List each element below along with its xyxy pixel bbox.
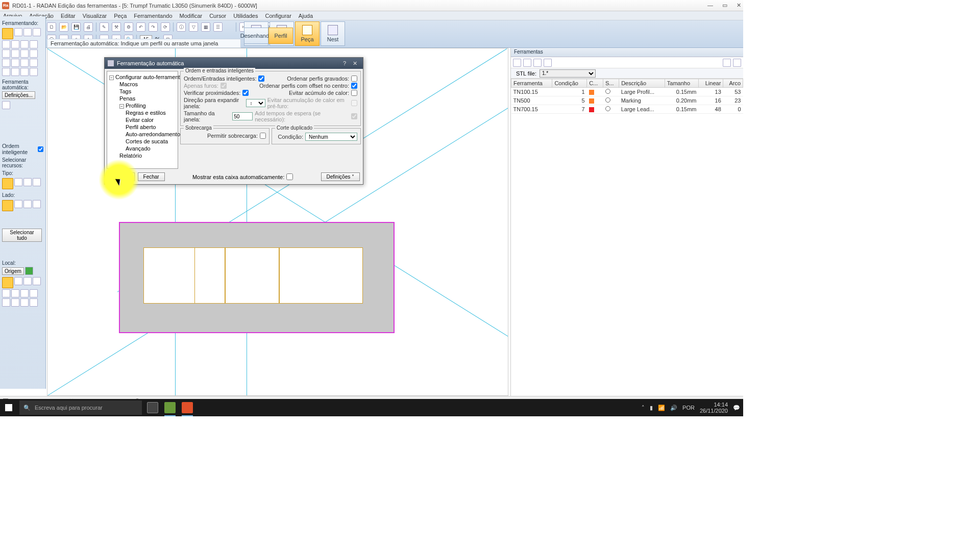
col-header[interactable]: Descrição [619,79,665,88]
local-icon[interactable] [14,277,22,285]
expand-icon[interactable]: − [109,76,114,80]
origem-button[interactable]: Origem [2,267,24,275]
menu-utilidades[interactable]: Utilidades [233,13,258,19]
task-view-button[interactable] [144,399,161,416]
local-icon[interactable] [20,289,29,297]
tool-icon[interactable] [23,28,32,36]
checkbox[interactable] [38,146,43,152]
tree-item[interactable]: Tags [109,88,176,95]
col-header[interactable]: Arco [723,79,743,88]
maximize-button[interactable]: ▭ [722,2,727,9]
taskbar-search[interactable]: 🔍 Escreva aqui para procurar [19,400,142,415]
tool-icon[interactable] [33,28,41,36]
local-icon[interactable] [2,289,10,297]
volume-icon[interactable]: 🔊 [670,405,677,411]
auto-icon[interactable] [2,101,10,109]
checkbox[interactable] [351,76,357,82]
menu-ajuda[interactable]: Ajuda [299,13,313,19]
checkbox[interactable] [286,173,293,180]
list-icon[interactable]: ☰ [213,22,223,32]
close-button[interactable]: ✕ [737,2,741,9]
tool-icon[interactable] [20,40,29,48]
local-icon[interactable] [30,298,38,307]
tool-icon[interactable] [11,59,19,67]
tool-icon[interactable] [30,40,38,48]
print-icon[interactable]: 🖨 [84,22,93,32]
tool-icon[interactable] [11,40,19,48]
battery-icon[interactable]: ▮ [650,405,653,411]
tab-peca[interactable]: Peça [295,21,320,46]
tool-icon[interactable] [14,28,22,36]
checkbox[interactable] [260,133,266,139]
tree-item[interactable]: −Profiling [109,102,176,109]
menu-peca[interactable]: Peça [114,13,127,19]
local-icon[interactable] [23,277,32,285]
filter-icon[interactable]: ▽ [189,22,198,32]
lado-icon[interactable] [33,200,41,208]
col-header[interactable]: Linear [699,79,723,88]
subtab-desenhar[interactable]: Desenhando [244,28,268,44]
expand-icon[interactable]: − [119,104,124,109]
tool-icon[interactable] [11,68,19,76]
col-header[interactable]: S... [603,79,619,88]
tool-icon[interactable] [20,49,29,58]
tool-icon[interactable] [20,59,29,67]
subtab-perfil[interactable]: Perfil [268,28,293,44]
window-size-input[interactable] [232,112,253,120]
local-icon[interactable] [2,298,10,307]
condition-select[interactable]: Nenhum [305,133,357,141]
minimize-button[interactable]: — [707,2,713,9]
local-icon[interactable] [11,289,19,297]
clock[interactable]: 14:14 26/11/2020 [700,402,728,414]
tool-icon[interactable] [30,59,38,67]
grid-icon[interactable]: ▦ [201,22,210,32]
lang-indicator[interactable]: POR [682,405,695,411]
lado-icon[interactable] [14,200,22,208]
open-icon[interactable]: 📂 [59,22,68,32]
tree-item[interactable]: Auto-arredondamento [109,131,176,138]
origem-icon[interactable] [25,267,33,275]
tree-item[interactable]: Evitar calor [109,116,176,123]
select-all-button[interactable]: Selecionar tudo [2,229,42,242]
edit-icon[interactable]: ✎ [100,22,109,32]
tool-icon[interactable] [20,68,29,76]
menu-cursor[interactable]: Cursor [209,13,226,19]
checkbox[interactable] [351,90,357,96]
start-button[interactable] [0,399,17,416]
redo-icon[interactable]: ↷ [149,22,158,32]
tipo-icon[interactable] [33,178,41,186]
smart-order-check[interactable]: Ordem inteligente [2,143,43,155]
col-header[interactable]: Condição [552,79,587,88]
col-header[interactable]: Tamanho [665,79,698,88]
local-icon[interactable] [2,277,13,288]
checkbox[interactable] [242,90,249,96]
tp-edit-icon[interactable] [513,59,521,67]
tool-icon[interactable] [2,49,10,58]
auto-tool-icon[interactable] [2,28,13,39]
tool-icon[interactable]: ⚒ [112,22,121,32]
tree-item[interactable]: Perfil aberto [109,123,176,131]
tool-icon[interactable] [2,40,10,48]
lado-icon[interactable] [2,200,13,211]
local-icon[interactable] [30,289,38,297]
tp-props-icon[interactable] [544,59,552,67]
local-icon[interactable] [11,298,19,307]
checkbox[interactable] [258,76,264,82]
checkbox[interactable] [351,83,357,89]
dialog-help-button[interactable]: ? [339,60,350,66]
local-icon[interactable] [20,298,29,307]
tool2-icon[interactable]: ⚙ [124,22,133,32]
direction-select[interactable]: ↕ [246,99,265,107]
tool-icon[interactable] [30,68,38,76]
tp-delete-icon[interactable] [523,59,531,67]
info-icon[interactable]: ⓘ [177,22,186,32]
undo-icon[interactable]: ↶ [136,22,145,32]
local-icon[interactable] [33,277,41,285]
col-header[interactable]: C... [587,79,603,88]
tray-up-icon[interactable]: ˄ [642,405,645,411]
tipo-icon[interactable] [23,178,32,186]
definitions-button[interactable]: Definições... [2,91,35,99]
close-button[interactable]: Fechar [138,172,165,181]
tool-icon[interactable] [2,59,10,67]
app-radan[interactable] [161,399,179,416]
